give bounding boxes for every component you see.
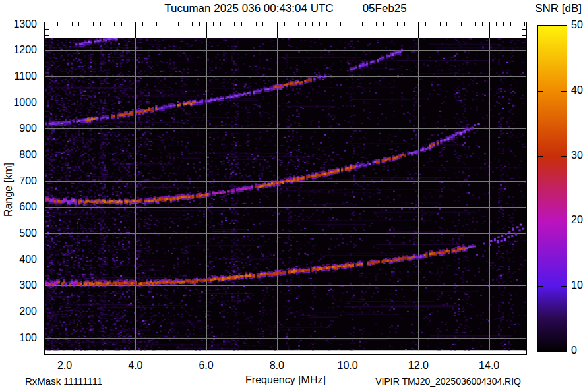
y-tick-label: 1000 bbox=[8, 98, 37, 108]
colorbar-tick-mark bbox=[538, 91, 543, 92]
colorbar-tick-label: 0 bbox=[571, 345, 583, 356]
x-tick-label: 6.0 bbox=[190, 360, 223, 372]
colorbar-tick-label: 20 bbox=[571, 215, 583, 225]
y-tick-label: 1200 bbox=[8, 45, 37, 55]
x-tick-label: 2.0 bbox=[48, 360, 81, 372]
x-tick-label: 10.0 bbox=[331, 360, 364, 372]
y-tick-label: 500 bbox=[8, 228, 37, 238]
ionogram-viewer: Tucuman 2025 036 00:43:04 UTC05Feb25 SNR… bbox=[0, 0, 583, 392]
y-tick-label: 200 bbox=[8, 306, 37, 317]
y-tick-label: 1100 bbox=[8, 71, 37, 82]
y-axis-title: Range [km] bbox=[3, 117, 16, 262]
x-tick-label: 4.0 bbox=[119, 360, 152, 372]
colorbar-tick-label: 10 bbox=[571, 280, 583, 291]
data-file-label: VIPIR TMJ20_2025036004304.RIQ bbox=[323, 376, 521, 387]
x-tick-label: 12.0 bbox=[402, 360, 435, 372]
y-tick-label: 700 bbox=[8, 176, 37, 186]
snr-colorbar bbox=[537, 25, 567, 352]
ionogram-canvas bbox=[45, 22, 526, 354]
title-station-time: Tucuman 2025 036 00:43:04 UTC bbox=[164, 2, 333, 14]
y-tick-label: 300 bbox=[8, 280, 37, 291]
rxmask-label: RxMask 11111111 bbox=[25, 376, 102, 387]
colorbar-tick-label: 30 bbox=[571, 150, 583, 161]
colorbar-tick-mark bbox=[538, 156, 543, 157]
plot-frame bbox=[44, 22, 527, 355]
y-tick-label: 900 bbox=[8, 123, 37, 134]
title-date: 05Feb25 bbox=[363, 2, 407, 14]
colorbar-tick-label: 40 bbox=[571, 85, 583, 96]
colorbar-tick-mark bbox=[561, 156, 567, 157]
colorbar-tick-label: 50 bbox=[571, 20, 583, 30]
colorbar-title: SNR [dB] bbox=[501, 2, 582, 15]
colorbar-tick-mark bbox=[561, 91, 567, 92]
y-tick-label: 400 bbox=[8, 254, 37, 265]
y-tick-label: 800 bbox=[8, 150, 37, 160]
page-title: Tucuman 2025 036 00:43:04 UTC05Feb25 bbox=[45, 2, 526, 15]
colorbar-tick-mark bbox=[561, 221, 567, 221]
x-tick-label: 8.0 bbox=[261, 360, 293, 372]
x-tick-label: 14.0 bbox=[473, 360, 506, 372]
y-tick-label: 100 bbox=[8, 333, 37, 343]
colorbar-tick-mark bbox=[538, 286, 543, 287]
y-tick-label: 1300 bbox=[8, 19, 37, 30]
y-tick-label: 600 bbox=[8, 202, 37, 212]
colorbar-tick-mark bbox=[561, 286, 567, 287]
colorbar-tick-mark bbox=[538, 221, 543, 221]
